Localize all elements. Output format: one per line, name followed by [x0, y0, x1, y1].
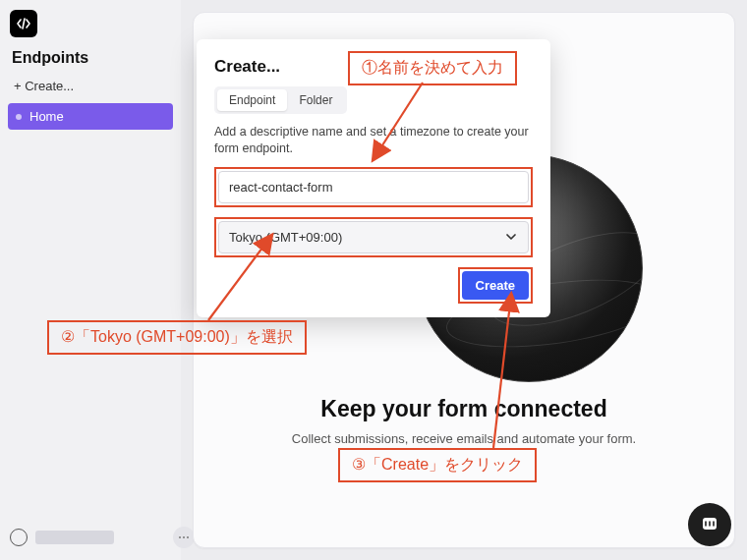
- chat-icon: [699, 514, 720, 535]
- user-placeholder: [35, 531, 114, 544]
- tab-endpoint[interactable]: Endpoint: [217, 89, 287, 111]
- sidebar-title: Endpoints: [12, 49, 173, 67]
- intercom-chat-button[interactable]: [688, 503, 731, 546]
- feedback-icon[interactable]: [10, 529, 28, 546]
- endpoint-name-input[interactable]: [218, 171, 529, 203]
- chevron-down-icon: [504, 230, 518, 244]
- more-button[interactable]: ⋯: [173, 527, 195, 548]
- timezone-field-highlight: Tokyo (GMT+09:00): [214, 217, 533, 257]
- timezone-select[interactable]: Tokyo (GMT+09:00): [218, 221, 529, 253]
- sidebar-footer: ⋯: [10, 527, 195, 548]
- create-button-highlight: Create: [458, 267, 533, 304]
- modal-help-text: Add a descriptive name and set a timezon…: [214, 124, 533, 157]
- sidebar: Endpoints + Create... Home ⋯: [0, 0, 181, 560]
- annotation-3: ③「Create」をクリック: [338, 448, 537, 482]
- sidebar-home-label: Home: [29, 109, 64, 124]
- dot-icon: [16, 114, 22, 120]
- sidebar-create-button[interactable]: + Create...: [8, 75, 173, 97]
- page-subtitle: Collect submissions, receive emails and …: [194, 431, 734, 446]
- modal-tabs: Endpoint Folder: [214, 86, 347, 114]
- annotation-2: ②「Tokyo (GMT+09:00)」を選択: [47, 320, 307, 355]
- annotation-1: ①名前を決めて入力: [348, 51, 517, 85]
- sidebar-item-home[interactable]: Home: [8, 103, 173, 130]
- name-field-highlight: [214, 167, 533, 207]
- page-title: Keep your form connected: [194, 396, 734, 422]
- app-logo: [10, 10, 37, 37]
- tab-folder[interactable]: Folder: [287, 89, 344, 111]
- create-button[interactable]: Create: [462, 271, 529, 300]
- timezone-value: Tokyo (GMT+09:00): [229, 230, 342, 245]
- logo-icon: [16, 16, 31, 31]
